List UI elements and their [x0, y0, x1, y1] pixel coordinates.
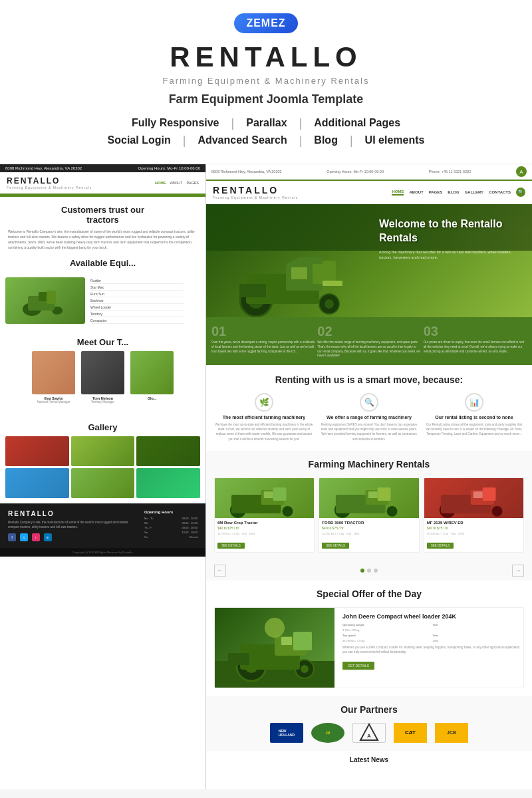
lp-footer-hours-row-4: Sa10:00 - 18:00 — [144, 530, 198, 535]
lp-footer-hours-row-2: We08:00 - 15:00 — [144, 521, 198, 525]
svg-rect-21 — [264, 491, 273, 498]
rp-nav-home[interactable]: HOME — [392, 190, 404, 196]
rp-step-num-1: 01 — [211, 324, 315, 339]
lp-team-img-3 — [130, 351, 174, 394]
lp-equip-section: Rustler Star Max Euro Sun Backhoe Wheel … — [0, 272, 205, 283]
svg-rect-15 — [291, 267, 307, 279]
rp-partners-logos: NEWHOLLAND JD A CAT JCB — [214, 723, 524, 743]
lp-logo: RENTALLO Farming Equipment & Machinery R… — [7, 176, 92, 190]
lp-team-card-2: Tom Nelson Territory Manager — [80, 351, 126, 404]
lp-footer: RENTALLO Rentallo Company's site, the ma… — [0, 503, 205, 548]
partner-jcb: JCB — [435, 723, 468, 743]
rp-partners-section: Our Partners NEWHOLLAND JD A CAT JCB — [206, 696, 532, 751]
lp-topbar: 8008 Richmond Hwy, Alexandria, VA 20202 … — [0, 164, 205, 172]
rp-mach-price-3: $40 to $75 / hr — [427, 526, 521, 530]
lp-customers-title: Customers trust ourtractors — [0, 197, 205, 229]
social-instagram[interactable]: i — [32, 533, 40, 541]
rp-spec-7: 16,700 lbs / 7.6 kg — [342, 639, 431, 642]
rp-mach-price-1: $40 to $75 / hr — [217, 526, 311, 530]
rp-mach-card-1: 6M Row-Crop Tractor $40 to $75 / hr 16,7… — [214, 477, 315, 553]
svg-rect-32 — [482, 487, 495, 501]
rp-spec-5: Top speed — [342, 634, 431, 637]
lp-equip-image — [5, 277, 85, 324]
svg-rect-41 — [293, 632, 312, 650]
lp-nav-about[interactable]: ABOUT — [170, 181, 183, 185]
rp-nav-arrows: ← → — [206, 561, 532, 581]
right-preview: 8008 Richmond Hwy, Alexandria, VA 20202 … — [206, 164, 532, 789]
rp-dots — [360, 565, 378, 577]
rp-step-num-2: 02 — [317, 324, 420, 339]
lp-gallery-item-5 — [71, 468, 135, 498]
rp-mach-btn-3[interactable]: SEE DETAILS — [427, 543, 454, 549]
lp-nav-home[interactable]: HOME — [155, 181, 166, 185]
svg-text:A: A — [367, 733, 371, 739]
feature-parallax: Parallax — [237, 116, 296, 130]
rp-mach-specs-1: 16,700 lbs / 7.6 kg Year 2004 — [217, 532, 311, 535]
svg-point-44 — [265, 618, 285, 638]
lp-footer-logo: RENTALLO — [8, 510, 139, 517]
dot-2[interactable] — [367, 569, 371, 573]
partner-john-deere: JD — [311, 723, 344, 743]
rp-card-text-3: Our Rental Listing shows all the equipme… — [424, 422, 524, 437]
rp-mach-btn-2[interactable]: SEE DETAILS — [322, 543, 349, 549]
search-icon[interactable]: 🔍 — [516, 188, 525, 197]
sep-1: | — [229, 116, 237, 130]
rp-nav-pages[interactable]: PAGES — [429, 190, 443, 194]
svg-rect-27 — [368, 491, 378, 498]
rp-latest-section: Latest News — [206, 751, 532, 773]
zemez-badge[interactable]: ZEMEZ — [234, 13, 297, 33]
social-facebook[interactable]: f — [8, 533, 16, 541]
rp-mach-title-2: FORD 3000 TRACTOR — [322, 521, 416, 525]
rp-nav-blog[interactable]: BLOG — [448, 190, 459, 194]
prev-arrow[interactable]: ← — [214, 565, 226, 577]
rp-mach-img-2 — [319, 478, 418, 518]
svg-rect-20 — [273, 487, 287, 501]
lp-footer-hours-title: Opening Hours — [144, 510, 198, 514]
rp-card-title-2: We offer a range of farming machinery — [319, 415, 419, 420]
partner-cat: CAT — [394, 723, 427, 743]
rp-card-title-3: Our rental listing is second to none — [424, 415, 524, 420]
rp-spec-8: 2004 — [433, 639, 521, 642]
rp-step-text-3: Our prices are driven in equity, that ev… — [424, 340, 527, 354]
rp-topbar-address: 8008 Richmond Hwy, Alexandria, VA 20202 — [211, 170, 282, 174]
svg-rect-12 — [239, 284, 266, 297]
rp-logo: RENTALLO Farming Equipment & Machinery R… — [213, 185, 298, 200]
dot-1[interactable] — [360, 569, 364, 573]
feature-fully-responsive: Fully Responsive — [122, 116, 229, 130]
svg-point-8 — [325, 299, 334, 309]
rp-mach-img-3 — [424, 478, 523, 518]
feature-ui-elements: UI elements — [356, 133, 434, 148]
feature-social-login: Social Login — [98, 133, 180, 148]
rp-nav-about[interactable]: ABOUT — [409, 190, 423, 194]
rp-machinery-grid: 6M Row-Crop Tractor $40 to $75 / hr 16,7… — [214, 477, 524, 553]
svg-rect-42 — [281, 637, 292, 645]
partner-agco: A — [352, 723, 386, 743]
rp-hero: Welcome to the Rentallo Rentals Among th… — [206, 204, 532, 317]
rp-hero-content: Welcome to the Rentallo Rentals Among th… — [379, 217, 512, 261]
dot-3[interactable] — [374, 569, 378, 573]
svg-point-17 — [283, 506, 293, 517]
lp-nav-pages[interactable]: PAGES — [186, 181, 199, 185]
rp-machinery-section: Farming Machinery Rentals — [206, 451, 532, 561]
lp-customers-text: Welcome to Rentallo Company's site, the … — [0, 229, 205, 250]
rp-nav-contacts[interactable]: CONTACTS — [489, 190, 511, 194]
lp-equip-item-1: Rustler — [90, 277, 184, 284]
rp-card-icon-1: 🌿 — [255, 393, 273, 412]
lp-team-role-1: National Rental Manager — [31, 400, 77, 404]
social-linkedin[interactable]: in — [44, 533, 52, 541]
rp-smart-card-1: 🌿 The most efficient farming machinery W… — [214, 393, 314, 442]
lp-equip-item-4: Backhoe — [90, 297, 184, 304]
rp-mach-content-3: MF 2135 W/REV ED $40 to $75 / hr 16,700 … — [424, 518, 523, 552]
rp-special-btn[interactable]: GET DETAILS — [342, 662, 374, 670]
svg-rect-13 — [323, 281, 342, 286]
next-arrow[interactable]: → — [512, 565, 524, 577]
rp-nav-gallery[interactable]: GALLERY — [465, 190, 483, 194]
social-twitter[interactable]: t — [20, 533, 28, 541]
rp-mach-btn-1[interactable]: SEE DETAILS — [217, 543, 245, 549]
svg-rect-26 — [378, 487, 391, 501]
lp-footer-hours-row-1: Mo - Tu08:00 - 20:00 — [144, 516, 198, 521]
rp-step-1: 01 Over the years, we've developed a str… — [211, 324, 315, 358]
sep-4: | — [297, 134, 305, 148]
lp-team-grid: Eva Savits National Rental Manager Tom N… — [5, 351, 200, 404]
lp-gallery-grid — [5, 436, 200, 498]
